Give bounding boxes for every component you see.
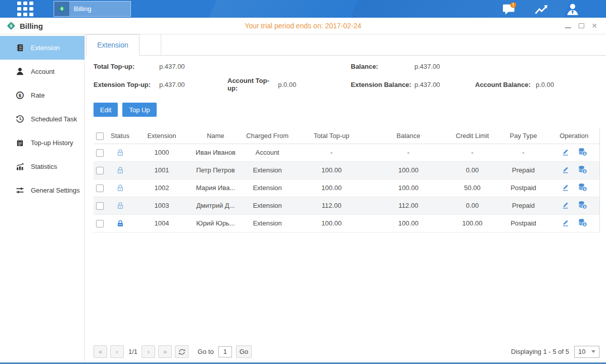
edit-pencil-icon[interactable] [561, 148, 570, 156]
account-balance-value: p.0.00 [536, 81, 599, 88]
maximize-icon[interactable] [578, 22, 585, 29]
cell-total-topup: 112.00 [293, 197, 370, 214]
cell-name: Дмитрий Д... [190, 197, 242, 214]
cell-pay-type: Prepaid [498, 197, 549, 214]
sidebar-item-scheduled-task[interactable]: Scheduled Task [0, 107, 84, 131]
cell-credit-limit: 50.00 [447, 179, 498, 197]
tab-extension[interactable]: Extension [86, 34, 139, 56]
next-page-button[interactable]: › [142, 345, 155, 358]
cell-name: Петр Петров [190, 161, 242, 179]
extension-topup-value: p.437.00 [159, 81, 227, 88]
first-page-button[interactable]: « [94, 345, 107, 358]
account-topup-value: p.0.00 [278, 81, 351, 88]
row-checkbox[interactable] [96, 202, 104, 210]
cell-charged-from: Extension [242, 179, 293, 197]
col-pay-type: Pay Type [498, 128, 549, 144]
col-status: Status [106, 128, 134, 144]
topup-coins-icon[interactable]: $ [578, 218, 587, 227]
cell-credit-limit: 0.00 [447, 197, 498, 214]
refresh-icon[interactable] [175, 345, 189, 358]
col-total-topup: Total Top-up [293, 128, 370, 144]
sidebar-item-rate[interactable]: $ Rate [0, 83, 84, 107]
topup-coins-icon[interactable]: $ [578, 165, 587, 174]
sidebar-item-account[interactable]: Account [0, 60, 84, 83]
col-balance: Balance [370, 128, 447, 144]
edit-pencil-icon[interactable] [561, 201, 570, 209]
prev-page-button[interactable]: ‹ [110, 345, 124, 358]
unlocked-padlock-icon [116, 201, 124, 209]
clock-history-icon [15, 115, 24, 123]
unlocked-padlock-icon [116, 184, 124, 191]
svg-text:$: $ [583, 205, 586, 209]
dollar-coin-icon: $ [15, 91, 24, 100]
page-indicator: 1/1 [128, 348, 137, 355]
sidebar-item-general-settings[interactable]: General Settings [0, 178, 84, 202]
cell-pay-type: - [498, 144, 549, 161]
svg-text:$: $ [18, 93, 21, 98]
cell-extension: 1004 [134, 214, 190, 232]
billing-diamond-icon: $ [54, 2, 69, 16]
pagination-bar: « ‹ 1/1 › » Go to Go Displaying 1 - 5 of… [94, 345, 599, 358]
cell-charged-from: Extension [242, 161, 293, 179]
row-checkbox[interactable] [96, 185, 104, 192]
go-button[interactable]: Go [236, 345, 252, 358]
last-page-button[interactable]: » [158, 345, 172, 358]
close-icon[interactable]: ✕ [591, 22, 598, 29]
cell-credit-limit: - [447, 144, 498, 161]
total-topup-value: p.437.00 [159, 63, 227, 70]
edit-pencil-icon[interactable] [561, 218, 570, 227]
notepad-icon [15, 139, 24, 147]
window-titlebar: $ Billing Your trial period ends on: 201… [0, 18, 606, 34]
minimize-icon[interactable] [565, 22, 572, 29]
page-size-value: 10 [578, 348, 585, 355]
topup-button[interactable]: Top Up [122, 103, 156, 117]
chat-icon[interactable]: ! [502, 3, 517, 16]
sidebar-item-label: General Settings [31, 187, 80, 194]
sidebar-item-extension[interactable]: Extension [0, 36, 84, 60]
col-name: Name [190, 128, 242, 144]
account-topup-label: Account Top-up: [227, 77, 278, 92]
displaying-text: Displaying 1 - 5 of 5 [511, 348, 569, 355]
billing-diamond-icon: $ [7, 21, 16, 30]
table-body: 1000Иван ИвановAccount----$1001Петр Петр… [94, 144, 599, 232]
cell-charged-from: Extension [242, 197, 293, 214]
stats-panel: Total Top-up: p.437.00 Balance: p.437.00… [94, 56, 599, 92]
taskbar-tab-billing[interactable]: $ Billing [54, 1, 131, 17]
svg-text:$: $ [10, 24, 12, 28]
goto-page-input[interactable] [218, 346, 232, 357]
taskbar-tab-label: Billing [74, 5, 91, 13]
ledger-icon [15, 43, 24, 52]
apps-grid-icon[interactable] [17, 2, 33, 16]
line-chart-icon[interactable] [533, 3, 549, 15]
extension-topup-label: Extension Top-up: [94, 81, 159, 88]
toolbar: Edit Top Up [94, 103, 599, 117]
table-row: 1004Юрий Юрь...Extension100.00100.00100.… [94, 214, 599, 232]
topup-coins-icon[interactable]: $ [578, 183, 587, 192]
svg-text:$: $ [583, 222, 586, 226]
col-charged-from: Charged From [242, 128, 293, 144]
col-operation: Operation [549, 128, 599, 144]
account-balance-label: Account Balance: [475, 81, 536, 88]
cell-pay-type: Postpaid [498, 214, 549, 232]
table-row: 1002Мария Ива...Extension100.00100.0050.… [94, 179, 599, 197]
user-icon[interactable] [566, 3, 580, 16]
topup-coins-icon[interactable]: $ [578, 201, 587, 209]
row-checkbox[interactable] [96, 220, 104, 228]
table-row: 1003Дмитрий Д...Extension112.00112.000.0… [94, 197, 599, 214]
cell-pay-type: Postpaid [498, 179, 549, 197]
topup-coins-icon[interactable]: $ [578, 148, 587, 156]
sidebar-item-statistics[interactable]: Statistics [0, 155, 84, 178]
edit-button[interactable]: Edit [94, 103, 118, 117]
window-title: Billing [20, 22, 43, 30]
sidebar-item-label: Rate [31, 92, 44, 99]
row-checkbox[interactable] [96, 167, 104, 174]
row-checkbox[interactable] [96, 149, 104, 157]
page-size-select[interactable]: 10 [574, 346, 599, 358]
edit-pencil-icon[interactable] [561, 165, 570, 174]
person-icon [15, 67, 24, 76]
sidebar-item-topup-history[interactable]: Top-up History [0, 131, 84, 155]
tab-strip-divider [139, 34, 161, 55]
trial-notice: Your trial period ends on: 2017-02-24 [0, 22, 606, 30]
edit-pencil-icon[interactable] [561, 183, 570, 192]
select-all-checkbox[interactable] [96, 132, 104, 140]
